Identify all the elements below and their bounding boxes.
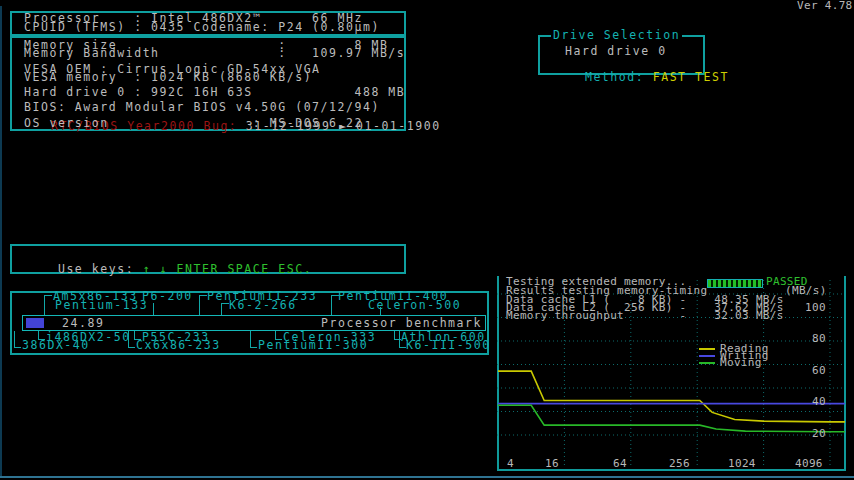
ref-connector <box>44 295 52 315</box>
ref-cpu-label: K6-2-266 <box>229 300 297 311</box>
ref-cpu-label: Cx6x86-233 <box>136 340 221 351</box>
y-axis-tick: 20 <box>812 429 826 439</box>
ref-connector <box>14 331 21 348</box>
drive-selection-method[interactable]: Method: FAST TEST <box>551 61 729 94</box>
keys-hint-line: Use keys: ↑ ↓ ENTER SPACE ESC. <box>24 253 312 286</box>
x-axis-tick: 64 <box>613 459 627 469</box>
screen-bottom-border <box>0 476 854 478</box>
legend-moving-label: Moving <box>720 358 762 368</box>
ref-connector <box>380 307 382 315</box>
benchmark-score-fill <box>26 318 44 328</box>
legend-writing-swatch <box>699 355 715 357</box>
ref-cpu-label: K6-III-500 <box>406 340 491 351</box>
vesa-memory-line: VESA memory : 1024 KB (8680 KB/s) <box>24 72 312 83</box>
ref-cpu-label: P6-200 <box>142 291 193 302</box>
drive-selection-item[interactable]: Hard drive 0 <box>565 46 667 57</box>
os-version-line: OS version : MS-DOS 6.22 <box>24 118 363 129</box>
method-value: FAST TEST <box>653 70 729 84</box>
method-label: Method: <box>585 70 653 84</box>
ref-connector <box>153 303 155 315</box>
legend-reading-swatch <box>699 348 715 350</box>
keys-hint-label: Use keys: <box>58 262 143 276</box>
speedsys-screen: Ver 4.78 Processor : Intel 486DX2™ 66 MH… <box>0 0 854 480</box>
ref-connector <box>221 303 229 315</box>
hard-drive-line: Hard drive 0 : 992C 16H 63S 488 MB <box>24 87 405 98</box>
x-axis-tick: 16 <box>545 459 559 469</box>
benchmark-title: Processor benchmark <box>321 318 482 329</box>
graph-unit-label: (MB/s) <box>785 286 827 296</box>
version-label: Ver 4.78 <box>797 1 853 11</box>
ref-cpu-label: PentiumII-300 <box>258 340 368 351</box>
ref-cpu-label: 386DX-40 <box>22 340 90 351</box>
graph-result-line: Memory throughput - 32.03 MB/s <box>506 311 784 321</box>
memory-test-progressbar <box>707 279 763 288</box>
x-axis-tick: 1024 <box>728 459 756 469</box>
ref-connector <box>250 331 257 348</box>
y-axis-tick: 80 <box>812 334 826 344</box>
ref-cpu-label: Pentium-133 <box>55 300 148 311</box>
benchmark-score: 24.89 <box>62 318 104 329</box>
cpuid-line: CPUID (TFMS) : 0435 Codename: P24 (0.80µ… <box>24 22 380 33</box>
x-axis-tick: 256 <box>669 459 690 469</box>
x-axis-tick: 4096 <box>795 459 823 469</box>
drive-selection-title: Drive Selection <box>551 30 682 41</box>
legend-moving-swatch <box>699 362 715 364</box>
y-axis-tick: 100 <box>805 303 826 313</box>
y-axis-tick: 60 <box>812 366 826 376</box>
ref-connector <box>199 295 207 315</box>
ref-connector <box>331 295 339 315</box>
y-axis-tick: 40 <box>812 397 826 407</box>
x-axis-tick: 4 <box>507 459 514 469</box>
screen-left-border <box>0 6 2 477</box>
memory-bandwidth-line: Memory Bandwidth : 109.97 MB/s <box>24 48 405 59</box>
keys-hint-keys: ↑ ↓ ENTER SPACE ESC. <box>143 262 312 276</box>
